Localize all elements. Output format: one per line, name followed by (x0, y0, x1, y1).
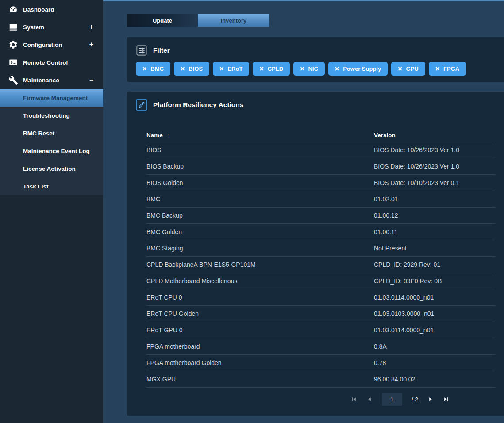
tab-update[interactable]: Update (127, 14, 198, 27)
expand-plus-icon[interactable]: + (89, 41, 93, 49)
sidebar-item-label: Maintenance Event Log (23, 148, 90, 154)
configuration-icon (8, 39, 19, 50)
tab-inventory[interactable]: Inventory (198, 14, 269, 27)
previous-page-button[interactable] (366, 396, 373, 402)
table-row: BMC Staging Not Present (146, 240, 495, 257)
sidebar-item-system[interactable]: System + (0, 18, 103, 36)
version-cell: 01.02.01 (374, 196, 495, 203)
sidebar-item-maintenance-event-log[interactable]: Maintenance Event Log (0, 142, 103, 160)
sidebar-item-label: Firmware Management (23, 95, 88, 101)
sidebar-item-bmc-reset[interactable]: BMC Reset (0, 124, 103, 142)
filter-chip-label: CPLD (268, 65, 283, 72)
filter-chip-label: GPU (406, 65, 419, 72)
sidebar-nav: Dashboard System + Configuration + (0, 0, 103, 195)
filter-chip[interactable]: × FPGA (429, 62, 466, 76)
remove-icon[interactable]: × (300, 65, 304, 73)
remove-icon[interactable]: × (259, 65, 263, 73)
sidebar-item-label: Configuration (23, 42, 62, 48)
table-row: ERoT CPU 0 01.03.0114.0000_n01 (146, 289, 495, 306)
remove-icon[interactable]: × (398, 65, 402, 73)
table-header-row: Name ↑ Version (146, 129, 495, 142)
platform-resiliency-panel: Platform Resiliency Actions Name ↑ Versi… (127, 92, 504, 416)
sidebar-item-label: Troubleshooting (23, 112, 70, 119)
name-cell: CPLD BackplaneA BPN-E1S5-GP101M (146, 261, 374, 268)
name-cell: BMC Backup (146, 212, 374, 219)
filter-chip[interactable]: × ERoT (213, 62, 249, 76)
version-cell: BIOS Date: 10/26/2023 Ver 1.0 (374, 146, 495, 154)
last-page-button[interactable] (443, 396, 449, 402)
sidebar-item-dashboard[interactable]: Dashboard (0, 0, 103, 18)
filter-chip[interactable]: × Power Supply (328, 62, 388, 76)
version-cell: 96.00.84.00.02 (374, 376, 495, 383)
version-cell: 01.03.0114.0000_n01 (374, 327, 495, 334)
table-row: BIOS Backup BIOS Date: 10/26/2023 Ver 1.… (146, 158, 495, 175)
filter-chip[interactable]: × CPLD (253, 62, 290, 76)
sidebar: Dashboard System + Configuration + (0, 0, 103, 423)
sidebar-item-label: Dashboard (23, 6, 54, 13)
table-row: CPLD BackplaneA BPN-E1S5-GP101M CPLD_ID:… (146, 257, 495, 273)
column-header-version[interactable]: Version (374, 132, 495, 138)
sidebar-item-label: License Activation (23, 165, 76, 172)
table-row: BIOS BIOS Date: 10/26/2023 Ver 1.0 (146, 142, 495, 158)
platform-panel-title: Platform Resiliency Actions (153, 101, 243, 109)
name-cell: ERoT CPU Golden (146, 310, 374, 317)
name-cell: BMC (146, 196, 374, 203)
filter-chip[interactable]: × GPU (391, 62, 425, 76)
sidebar-item-license-activation[interactable]: License Activation (0, 160, 103, 177)
sidebar-item-remote-control[interactable]: Remote Control (0, 54, 103, 71)
filter-chip[interactable]: × NIC (293, 62, 325, 76)
next-page-button[interactable] (427, 396, 434, 402)
sidebar-item-maintenance[interactable]: Maintenance − (0, 71, 103, 89)
table-row: ERoT CPU Golden 01.03.0103.0000_n01 (146, 306, 495, 322)
sort-ascending-icon[interactable]: ↑ (167, 132, 170, 139)
column-header-name[interactable]: Name ↑ (146, 132, 374, 139)
remove-icon[interactable]: × (181, 65, 185, 73)
remove-icon[interactable]: × (335, 65, 339, 73)
filter-sliders-icon (136, 45, 147, 56)
dashboard-icon (8, 4, 19, 15)
filter-chip-label: NIC (308, 65, 318, 72)
filter-chip-label: Power Supply (343, 65, 381, 72)
table-body: BIOS BIOS Date: 10/26/2023 Ver 1.0 BIOS … (146, 142, 495, 388)
version-cell: Not Present (374, 245, 495, 252)
name-cell: ERoT GPU 0 (146, 327, 374, 334)
sidebar-item-task-list[interactable]: Task List (0, 177, 103, 195)
pencil-icon (136, 99, 147, 111)
collapse-minus-icon[interactable]: − (89, 76, 93, 84)
remove-icon[interactable]: × (142, 65, 146, 73)
name-cell: BIOS Golden (146, 179, 374, 186)
sidebar-item-label: Task List (23, 183, 49, 190)
filter-chip[interactable]: × BMC (136, 62, 170, 76)
sidebar-item-configuration[interactable]: Configuration + (0, 36, 103, 54)
remote-control-icon (8, 57, 19, 68)
first-page-button[interactable] (351, 396, 357, 402)
expand-plus-icon[interactable]: + (89, 23, 93, 31)
name-cell: FPGA motherboard Golden (146, 359, 374, 366)
page-input[interactable] (382, 393, 402, 406)
sidebar-item-troubleshooting[interactable]: Troubleshooting (0, 107, 103, 124)
version-cell: CPLD_ID: 03E0 Rev: 0B (374, 277, 495, 285)
tab-bar: Update Inventory (127, 14, 504, 27)
version-cell: 0.78 (374, 359, 495, 366)
system-icon (8, 22, 19, 32)
version-cell: BIOS Date: 10/26/2023 Ver 1.0 (374, 163, 495, 170)
firmware-table: Name ↑ Version BIOS BIOS Date: 10/26/202… (146, 129, 495, 388)
table-row: MGX GPU 96.00.84.00.02 (146, 371, 495, 388)
table-row: ERoT GPU 0 01.03.0114.0000_n01 (146, 322, 495, 338)
sidebar-item-firmware-management[interactable]: Firmware Management (0, 89, 103, 107)
remove-icon[interactable]: × (435, 65, 439, 73)
version-cell: 0.8A (374, 343, 495, 350)
table-row: BMC 01.02.01 (146, 191, 495, 208)
table-row: CPLD Motherboard Miscellenous CPLD_ID: 0… (146, 273, 495, 289)
filter-chip-label: ERoT (227, 65, 242, 72)
name-cell: ERoT CPU 0 (146, 294, 374, 301)
name-cell: CPLD Motherboard Miscellenous (146, 277, 374, 285)
name-cell: FPGA motherboard (146, 343, 374, 350)
name-cell: BIOS (146, 146, 374, 154)
remove-icon[interactable]: × (219, 65, 223, 73)
filter-panel: Filter × BMC × BIOS × ERo (127, 37, 504, 82)
filter-chip[interactable]: × BIOS (174, 62, 209, 76)
maintenance-icon (8, 75, 19, 85)
filter-chip-label: BMC (150, 65, 164, 72)
table-row: BIOS Golden BIOS Date: 10/10/2023 Ver 0.… (146, 175, 495, 191)
